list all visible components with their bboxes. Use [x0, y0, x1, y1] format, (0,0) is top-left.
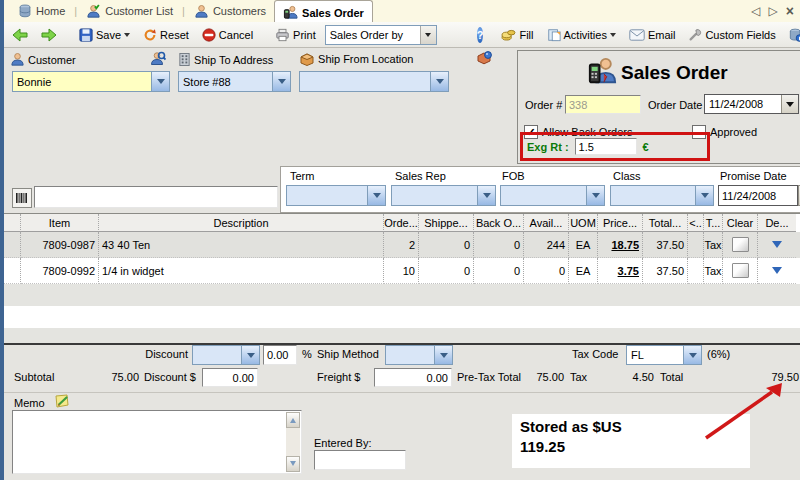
scroll-up-icon[interactable] — [286, 412, 300, 428]
cell-ordered[interactable]: 2 — [384, 232, 419, 258]
tab-customer-list[interactable]: Customer List — [78, 0, 181, 22]
ship-method-dropdown-icon[interactable] — [434, 346, 452, 364]
barcode-button[interactable] — [12, 188, 32, 208]
tab-scroll-right-icon[interactable]: ▷ — [769, 4, 778, 18]
order-no-field[interactable]: 338 — [565, 95, 641, 114]
col-tax[interactable]: T... — [704, 214, 723, 232]
clear-button[interactable] — [732, 263, 749, 278]
col-item[interactable]: Item — [21, 214, 99, 232]
fob-combo[interactable] — [500, 185, 605, 206]
close-icon[interactable]: × — [786, 3, 794, 19]
tab-customers[interactable]: Customers — [186, 0, 274, 22]
item-entry-input[interactable] — [34, 186, 278, 208]
save-button[interactable]: Save — [75, 26, 134, 44]
tax-code-combo[interactable]: FL — [626, 345, 702, 365]
entered-by-field[interactable] — [314, 450, 406, 470]
customer-search-icon[interactable] — [150, 51, 166, 67]
cell-back-ordered[interactable]: 0 — [474, 232, 524, 258]
cancel-button[interactable]: Cancel — [198, 26, 257, 44]
email-button[interactable]: Email — [625, 27, 680, 43]
cell-uom[interactable]: EA — [569, 232, 598, 258]
clear-button[interactable] — [732, 237, 749, 252]
discount-pct-field[interactable]: 0.00 — [263, 345, 297, 365]
class-combo[interactable] — [610, 185, 714, 206]
back-button[interactable] — [8, 26, 32, 44]
col-back-ordered[interactable]: Back O... — [474, 214, 524, 232]
freight-field[interactable]: 0.00 — [374, 368, 452, 387]
cell-shipped[interactable]: 0 — [419, 258, 474, 284]
discount-combo[interactable] — [192, 345, 260, 365]
discount-dropdown-icon[interactable] — [241, 346, 259, 364]
table-row[interactable]: 7809-0992 1/4 in widget 10 0 0 0 EA 3.75… — [4, 258, 800, 284]
cell-price-link[interactable]: 3.75 — [598, 258, 643, 284]
ship-method-combo[interactable] — [385, 345, 453, 365]
discount-amt-field[interactable]: 0.00 — [202, 368, 258, 387]
reset-button[interactable]: Reset — [139, 26, 193, 44]
forward-button[interactable] — [37, 26, 61, 44]
print-by-combo[interactable]: Sales Order by — [325, 25, 437, 45]
col-uom[interactable]: UOM — [569, 214, 598, 232]
ship-from-combo[interactable] — [299, 71, 449, 92]
cell-item[interactable]: 7809-0987 — [21, 232, 99, 258]
col-ordered[interactable]: Orde... — [384, 214, 419, 232]
cell-back-ordered[interactable]: 0 — [474, 258, 524, 284]
activities-dropdown-caret-icon[interactable] — [610, 33, 616, 40]
row-selector[interactable] — [4, 258, 21, 284]
cell-total[interactable]: 37.50 — [643, 258, 688, 284]
customer-combo[interactable]: Bonnie — [12, 71, 170, 92]
cell-total[interactable]: 37.50 — [643, 232, 688, 258]
print-button[interactable]: Print — [271, 26, 320, 44]
sales-rep-dropdown-icon[interactable] — [477, 186, 495, 205]
cell-shipped[interactable]: 0 — [419, 232, 474, 258]
tab-scroll-left-icon[interactable]: ◁ — [751, 4, 760, 18]
col-detail[interactable]: De... — [758, 214, 796, 232]
term-dropdown-icon[interactable] — [367, 186, 385, 205]
table-row[interactable]: 7809-0987 43 40 Ten 2 0 0 244 EA 18.75 3… — [4, 232, 800, 258]
memo-scrollbar[interactable] — [286, 412, 300, 472]
print-by-dropdown-icon[interactable] — [420, 26, 436, 44]
term-combo[interactable] — [286, 185, 386, 206]
ship-to-combo[interactable]: Store #88 — [178, 71, 291, 92]
cell-tax[interactable]: Tax — [704, 232, 723, 258]
cell-description[interactable]: 43 40 Ten — [99, 232, 384, 258]
col-clear[interactable]: Clear — [723, 214, 758, 232]
cell-tax[interactable]: Tax — [704, 258, 723, 284]
class-dropdown-icon[interactable] — [695, 186, 713, 205]
order-date-dropdown-icon[interactable] — [781, 95, 798, 113]
detail-dropdown-icon[interactable] — [772, 241, 782, 253]
detail-dropdown-icon[interactable] — [772, 267, 782, 279]
custom-fields-button[interactable]: Custom Fields — [684, 26, 779, 44]
col-available[interactable]: Avail... — [524, 214, 569, 232]
col-price[interactable]: Price... — [598, 214, 643, 232]
col-misc[interactable]: <.. — [688, 214, 704, 232]
ship-to-dropdown-icon[interactable] — [272, 72, 290, 91]
fob-dropdown-icon[interactable] — [586, 186, 604, 205]
promise-date-field[interactable]: 11/24/2008 — [718, 185, 798, 206]
record-info-button[interactable]: Record Info — [785, 26, 800, 44]
col-description[interactable]: Description — [99, 214, 384, 232]
tab-home[interactable]: Home — [10, 0, 73, 22]
order-date-combo[interactable]: 11/24/2008 — [704, 94, 799, 114]
save-dropdown-caret-icon[interactable] — [124, 33, 130, 40]
cell-available[interactable]: 0 — [524, 258, 569, 284]
memo-note-icon[interactable] — [54, 394, 70, 409]
ship-from-dropdown-icon[interactable] — [430, 72, 448, 91]
customer-dropdown-icon[interactable] — [151, 72, 169, 91]
cell-price-link[interactable]: 18.75 — [598, 232, 643, 258]
fill-button[interactable]: Fill — [497, 26, 537, 43]
cell-available[interactable]: 244 — [524, 232, 569, 258]
row-selector[interactable] — [4, 232, 21, 258]
tab-sales-order[interactable]: Sales Order — [274, 0, 373, 24]
col-shipped[interactable]: Shippe... — [419, 214, 474, 232]
memo-textarea[interactable] — [12, 410, 302, 474]
scroll-down-icon[interactable] — [286, 456, 300, 472]
sales-rep-combo[interactable] — [391, 185, 496, 206]
cell-item[interactable]: 7809-0992 — [21, 258, 99, 284]
cell-uom[interactable]: EA — [569, 258, 598, 284]
help-icon[interactable]: ? — [477, 27, 484, 43]
activities-button[interactable]: Activities — [543, 26, 620, 44]
exg-rt-field[interactable]: 1.5 — [575, 138, 637, 155]
tax-code-dropdown-icon[interactable] — [683, 346, 701, 364]
cell-description[interactable]: 1/4 in widget — [99, 258, 384, 284]
col-total[interactable]: Total... — [643, 214, 688, 232]
